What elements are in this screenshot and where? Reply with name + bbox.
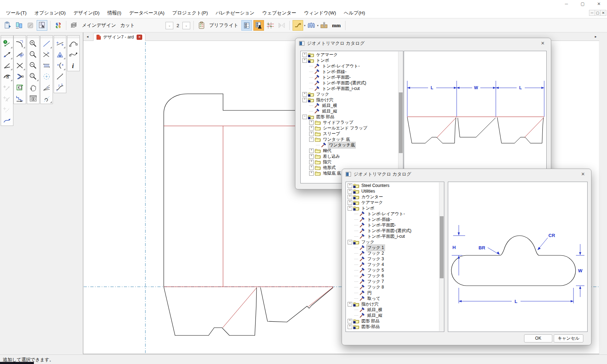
- layer-dropdown[interactable]: ⌄: [166, 22, 173, 29]
- document-tab[interactable]: デザイン7 - ard ✕: [93, 33, 145, 41]
- zoommarks-tool[interactable]: [27, 49, 39, 60]
- arcplus-tool[interactable]: [54, 60, 66, 71]
- stamp-icon[interactable]: [25, 20, 35, 30]
- palette-drag-handle[interactable]: [14, 36, 26, 38]
- tree-item[interactable]: +サイドフラップ: [302, 120, 397, 125]
- diag-tool[interactable]: [54, 71, 66, 82]
- tree-item[interactable]: +トンボ: [302, 57, 397, 63]
- tree-item[interactable]: +指かけ穴: [347, 301, 438, 307]
- mdi-maximize-button[interactable]: ▢: [595, 10, 601, 16]
- tree-item[interactable]: トンボ-平面図_i-cut: [347, 233, 438, 239]
- line-tool[interactable]: [41, 38, 53, 49]
- tree-item[interactable]: +図形-部品: [347, 324, 438, 329]
- tree-item[interactable]: トンボ-レイアウト-: [347, 211, 438, 217]
- expand-icon[interactable]: +: [309, 120, 314, 125]
- dialog2-tree-scrollbar[interactable]: [439, 182, 444, 331]
- checklist-blue-icon[interactable]: [241, 20, 252, 31]
- curve-arrow-icon[interactable]: [293, 20, 303, 31]
- expand-icon[interactable]: +: [302, 53, 307, 57]
- palette-drag-handle[interactable]: [27, 36, 39, 38]
- expand-icon[interactable]: +: [309, 148, 314, 153]
- menu-item-3[interactable]: 情報(I): [103, 8, 125, 18]
- tree-item[interactable]: +糊代: [302, 148, 397, 153]
- clipboard-check-icon[interactable]: [197, 20, 206, 30]
- tree-item[interactable]: フック 8: [347, 284, 438, 290]
- checklist-user-icon[interactable]: [253, 20, 264, 31]
- tree-item[interactable]: フック 3: [347, 256, 438, 262]
- scale-dropdown[interactable]: ⌄: [182, 22, 190, 29]
- angle-tool[interactable]: [1, 60, 13, 71]
- expand-icon[interactable]: +: [348, 324, 352, 329]
- expand-icon[interactable]: +: [302, 92, 307, 97]
- expand-icon[interactable]: +: [348, 183, 352, 188]
- collapse-icon[interactable]: −: [348, 240, 352, 244]
- menu-item-1[interactable]: オプション(O): [30, 8, 70, 18]
- tree-item[interactable]: フック 1: [347, 245, 438, 250]
- expand-icon[interactable]: +: [348, 302, 352, 307]
- tree-item[interactable]: トンボ-平面図-: [347, 222, 438, 228]
- tree-item[interactable]: +差し込み: [302, 153, 397, 159]
- tree-item[interactable]: +スリーブ: [302, 131, 397, 136]
- maximize-button[interactable]: ▢: [575, 0, 591, 8]
- tristar-tool[interactable]: [54, 49, 66, 60]
- expand-icon[interactable]: +: [309, 132, 314, 136]
- menu-item-6[interactable]: パレチゼーション: [212, 8, 258, 18]
- zoomin-tool[interactable]: [27, 38, 39, 49]
- color-arrows-icon[interactable]: [53, 20, 63, 30]
- curve-arrow-dropdown[interactable]: ▾: [304, 24, 306, 27]
- tree-item[interactable]: 円: [347, 290, 438, 296]
- dblarrow-tool[interactable]: [1, 49, 13, 60]
- hatch-tool[interactable]: [41, 60, 53, 71]
- eye-tool[interactable]: [27, 93, 39, 104]
- expand-icon[interactable]: +: [309, 165, 314, 170]
- palette-drag-handle[interactable]: [67, 36, 79, 38]
- curve123-tool[interactable]: 231: [54, 82, 66, 93]
- bridge-dropdown[interactable]: ▾: [317, 24, 319, 27]
- tree-item[interactable]: +トンボ: [347, 205, 438, 211]
- ok-button[interactable]: OK: [524, 334, 552, 342]
- expand-icon[interactable]: +: [309, 154, 314, 159]
- expand-icon[interactable]: +: [348, 200, 352, 205]
- tree-item[interactable]: トンボ-罫線-: [347, 217, 438, 222]
- fan-tool[interactable]: [41, 82, 53, 93]
- dialog1-tree-scrollbar[interactable]: [398, 51, 403, 183]
- fillet-tool[interactable]: [14, 38, 26, 49]
- xdel-tool[interactable]: [14, 60, 26, 71]
- bridge-icon[interactable]: [306, 20, 316, 30]
- tree-item[interactable]: −ワンタッチ 底: [302, 136, 397, 142]
- chevron-tool[interactable]: [14, 71, 26, 82]
- tree-item[interactable]: フック 5: [347, 267, 438, 273]
- dialog1-catalog-tree[interactable]: +ケアマーク+トンボトンボ-レイアウト-トンボ-罫線-トンボ-平面図-トンボ-平…: [300, 51, 403, 183]
- expand-icon[interactable]: +: [309, 126, 314, 131]
- tree-item[interactable]: −図形 部品: [302, 114, 397, 120]
- dialog2-catalog-tree[interactable]: +Steel Counters+Utilities+カウンター+ケアマーク+トン…: [345, 182, 444, 332]
- palette-drag-handle[interactable]: [1, 36, 13, 38]
- menu-item-7[interactable]: ウェブセンター: [258, 8, 300, 18]
- layout-columns-icon[interactable]: [14, 20, 24, 30]
- selrect-tool[interactable]: [14, 82, 26, 93]
- tree-item[interactable]: +Utilities: [347, 188, 438, 194]
- tree-item[interactable]: フック 7: [347, 279, 438, 284]
- document-pointer-icon[interactable]: [37, 20, 47, 31]
- scissors-tool[interactable]: [14, 49, 26, 60]
- move3-tool[interactable]: [1, 104, 13, 115]
- menu-item-0[interactable]: ツール(T): [2, 8, 30, 18]
- tab-close-icon[interactable]: ✕: [137, 35, 142, 40]
- tree-item[interactable]: +Steel Counters: [347, 183, 438, 188]
- menu-item-9[interactable]: ヘルプ(H): [340, 8, 369, 18]
- expand-icon[interactable]: +: [302, 98, 307, 102]
- dialog1-close-icon[interactable]: ✕: [538, 40, 547, 47]
- bezierb-tool[interactable]: [67, 49, 79, 60]
- collapse-icon[interactable]: −: [302, 115, 307, 119]
- cancel-button[interactable]: キャンセル: [554, 334, 583, 342]
- tree-item[interactable]: +図形 部品: [347, 318, 438, 324]
- tree-item[interactable]: トンボ-罫線-: [302, 69, 397, 74]
- dialog2-close-icon[interactable]: ✕: [578, 170, 588, 178]
- menu-item-2[interactable]: デザイン(D): [70, 8, 103, 18]
- collapse-icon[interactable]: −: [309, 137, 314, 142]
- lineplus-tool[interactable]: [54, 38, 66, 49]
- tree-item[interactable]: +指かけ穴: [302, 97, 397, 103]
- tree-item[interactable]: ワンタッチ底: [302, 142, 397, 148]
- tree-item[interactable]: フック 6: [347, 273, 438, 279]
- circdash-tool[interactable]: [41, 71, 53, 82]
